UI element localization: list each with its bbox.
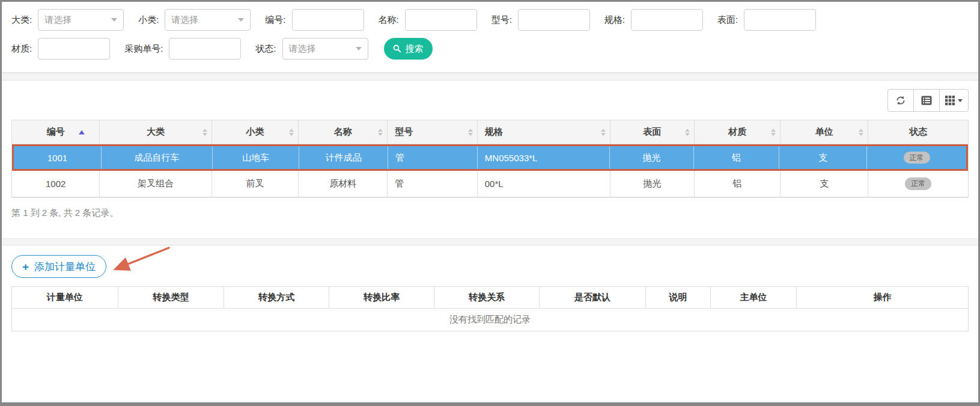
purchase-order-label: 采购单号:	[124, 43, 163, 55]
material-input[interactable]	[38, 38, 110, 60]
results-panel: 编号大类小类名称型号规格表面材质单位状态 1001成品自行车山地车计件成品管MN…	[2, 81, 978, 238]
model-input[interactable]	[518, 9, 590, 31]
columns-button[interactable]	[939, 89, 969, 112]
status-badge: 正常	[904, 152, 930, 164]
toolbar-button-group	[887, 89, 969, 112]
table-cell: 抛光	[610, 146, 693, 169]
panel-divider	[2, 238, 978, 245]
list-view-icon	[921, 96, 932, 105]
filter-field-name: 名称:	[379, 9, 477, 31]
refresh-button[interactable]	[887, 89, 914, 112]
status-select[interactable]: 请选择	[282, 38, 368, 60]
model-label: 型号:	[492, 14, 512, 26]
table-cell: 1001	[14, 146, 102, 169]
category-select[interactable]: 请选择	[38, 9, 124, 31]
filter-panel: 大类:请选择小类:请选择编号:名称:型号:规格:表面: 材质:采购单号:状态:请…	[2, 2, 978, 73]
material-label: 材质:	[11, 43, 32, 55]
name-input[interactable]	[405, 9, 477, 31]
column-header-label: 表面	[643, 126, 661, 138]
code-input[interactable]	[292, 9, 364, 31]
filter-field-category: 大类:请选择	[11, 9, 124, 31]
column-header-unit[interactable]: 单位	[781, 120, 868, 144]
table-row[interactable]: 1001成品自行车山地车计件成品管MN055033*L抛光铝支正常	[12, 144, 968, 171]
unit-column-header-conversion-type: 转换类型	[118, 287, 225, 309]
filter-row-2-fields: 材质:采购单号:状态:请选择	[11, 38, 383, 60]
table-cell: 前叉	[212, 171, 299, 197]
table-cell: 原材料	[299, 171, 388, 197]
unit-column-header-unit: 计量单位	[12, 287, 118, 309]
add-unit-button[interactable]: + 添加计量单位	[11, 255, 106, 278]
sort-carets-icon	[289, 129, 294, 136]
column-header-code[interactable]: 编号	[12, 120, 100, 144]
column-header-material[interactable]: 材质	[695, 120, 781, 144]
column-header-surface[interactable]: 表面	[610, 120, 695, 144]
name-label: 名称:	[379, 14, 399, 26]
status-select-value: 请选择	[289, 43, 316, 55]
toggle-view-button[interactable]	[913, 89, 940, 112]
grid-columns-icon	[945, 96, 955, 105]
sort-carets-icon	[685, 129, 690, 136]
magnifier-icon	[393, 45, 401, 53]
sort-carets-icon	[771, 129, 776, 136]
filter-row-2: 材质:采购单号:状态:请选择 搜索	[11, 38, 970, 60]
filter-field-spec: 规格:	[604, 9, 703, 31]
category-label: 大类:	[11, 14, 32, 26]
sort-carets-icon	[601, 129, 606, 136]
table-cell: MN055033*L	[478, 146, 610, 169]
status-badge: 正常	[905, 177, 931, 189]
column-header-label: 编号	[47, 126, 65, 138]
column-header-model[interactable]: 型号	[388, 120, 478, 144]
filter-row-1: 大类:请选择小类:请选择编号:名称:型号:规格:表面:	[11, 9, 970, 31]
table-cell: 抛光	[610, 171, 695, 197]
column-header-label: 状态	[909, 126, 927, 138]
purchase-order-input[interactable]	[169, 38, 241, 60]
spec-input[interactable]	[631, 9, 703, 31]
filter-field-code: 编号:	[265, 9, 364, 31]
sort-ascending-icon	[79, 130, 85, 134]
filter-field-status: 状态:请选择	[255, 38, 368, 60]
column-header-name[interactable]: 名称	[299, 120, 388, 144]
table-cell-status: 正常	[867, 146, 966, 169]
table-cell: 计件成品	[299, 146, 388, 169]
materials-table-body: 1001成品自行车山地车计件成品管MN055033*L抛光铝支正常1002架叉组…	[12, 144, 968, 197]
table-cell: 管	[388, 171, 478, 197]
column-header-label: 小类	[246, 126, 264, 138]
column-header-label: 名称	[334, 126, 352, 138]
unit-column-header-conversion-ratio: 转换比率	[329, 287, 434, 309]
subcategory-select[interactable]: 请选择	[165, 9, 251, 31]
table-cell: 铝	[695, 171, 781, 197]
table-row[interactable]: 1002架叉组合前叉原材料管00*L抛光铝支正常	[12, 171, 968, 197]
filter-field-subcategory: 小类:请选择	[138, 9, 251, 31]
table-cell: 管	[388, 146, 478, 169]
subcategory-label: 小类:	[138, 14, 159, 26]
search-button-label: 搜索	[406, 43, 424, 55]
column-header-label: 单位	[815, 126, 833, 138]
unit-column-header-conversion-relation: 转换关系	[434, 287, 540, 309]
add-unit-button-label: 添加计量单位	[34, 260, 96, 274]
search-button[interactable]: 搜索	[384, 38, 433, 60]
column-header-subcategory[interactable]: 小类	[212, 120, 299, 144]
table-cell: 铝	[694, 146, 780, 169]
panel-divider	[2, 73, 978, 81]
unit-column-header-actions: 操作	[797, 287, 968, 309]
plus-icon: +	[22, 261, 29, 272]
surface-input[interactable]	[744, 9, 816, 31]
column-header-spec[interactable]: 规格	[478, 120, 610, 144]
column-header-category[interactable]: 大类	[100, 120, 212, 144]
table-cell: 00*L	[478, 171, 610, 197]
pagination-info: 第 1 到 2 条, 共 2 条记录。	[11, 208, 969, 219]
column-header-label: 型号	[395, 126, 413, 138]
column-header-label: 规格	[485, 126, 503, 138]
column-header-status: 状态	[868, 120, 967, 144]
code-label: 编号:	[265, 14, 285, 26]
table-cell: 1002	[12, 171, 100, 197]
materials-table-header: 编号大类小类名称型号规格表面材质单位状态	[12, 120, 968, 144]
table-toolbar	[11, 81, 969, 112]
table-cell: 支	[781, 171, 868, 197]
category-select-value: 请选择	[44, 14, 72, 26]
filter-field-model: 型号:	[492, 9, 590, 31]
chevron-down-icon	[356, 47, 362, 51]
table-cell-status: 正常	[868, 171, 967, 197]
unit-panel: + 添加计量单位 计量单位转换类型转换方式转换比率转换关系是否默认说明主单位操作…	[2, 245, 978, 402]
materials-table: 编号大类小类名称型号规格表面材质单位状态 1001成品自行车山地车计件成品管MN…	[11, 120, 969, 198]
